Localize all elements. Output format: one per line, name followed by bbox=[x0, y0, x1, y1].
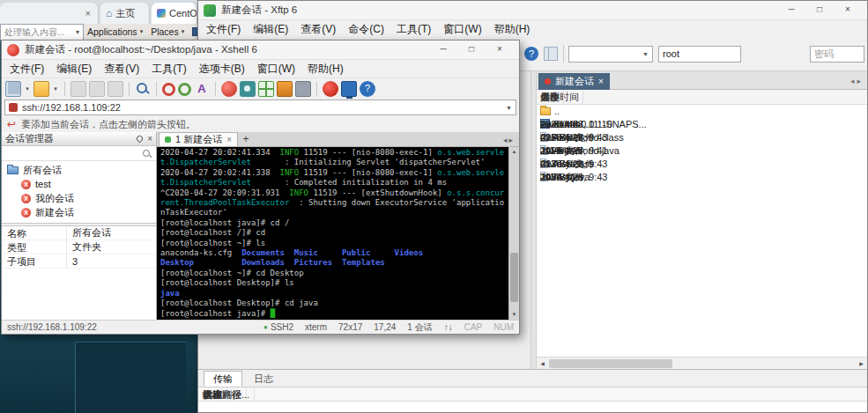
browser-tab-centos[interactable]: CentOS 64 位 bbox=[152, 3, 197, 24]
chevron-down-icon[interactable]: ▼ bbox=[506, 105, 512, 111]
package-icon[interactable] bbox=[277, 81, 293, 97]
close-button[interactable]: × bbox=[486, 42, 514, 58]
places-menu[interactable]: Places ▾ bbox=[151, 26, 184, 37]
session-label: test bbox=[35, 179, 51, 189]
scroll-up-icon[interactable]: ▲ bbox=[509, 147, 519, 157]
terminal-pane: 1 新建会话 × + ◂▸ 2020-04-27 20:02:41.334 IN… bbox=[157, 132, 519, 320]
menu-item[interactable]: 窗口(W) bbox=[251, 61, 301, 77]
paste-icon[interactable] bbox=[108, 81, 123, 97]
layout-panes-icon[interactable] bbox=[544, 47, 558, 61]
tab-transfer[interactable]: 传输 bbox=[204, 371, 242, 387]
menu-item[interactable]: 编辑(E) bbox=[50, 61, 98, 77]
new-session-icon[interactable] bbox=[5, 81, 21, 97]
menu-item[interactable]: 编辑(E) bbox=[247, 21, 294, 38]
browser-tab-home[interactable]: ⌂ 主页 bbox=[100, 3, 150, 24]
cut-icon[interactable] bbox=[70, 81, 86, 97]
column-header[interactable]: 属性 bbox=[537, 90, 564, 105]
scroll-down-icon[interactable]: ▼ bbox=[509, 310, 519, 320]
menu-item[interactable]: 查看(V) bbox=[294, 21, 342, 38]
maximize-button[interactable]: □ bbox=[457, 42, 486, 58]
terminal[interactable]: 2020-04-27 20:02:41.334 INFO 11519 --- [… bbox=[157, 147, 519, 320]
find-icon[interactable] bbox=[135, 81, 151, 97]
disconnect-icon[interactable] bbox=[162, 83, 175, 96]
menu-item[interactable]: 帮助(H) bbox=[488, 21, 537, 38]
session-tree[interactable]: 所有会话 XtestX我的会话X新建会话 bbox=[2, 161, 156, 223]
remote-session-tab[interactable]: 新建会话 × bbox=[538, 73, 610, 90]
file-list-body[interactable]: ..demo-0.0.1-SNAPS...18.51MBExecutabl...… bbox=[537, 105, 867, 357]
help-icon[interactable]: ? bbox=[524, 47, 538, 61]
xshell-titlebar[interactable]: 新建会话 - root@localhost:~/Desktop/java - X… bbox=[2, 41, 519, 60]
applications-menu[interactable]: Applications ▾ bbox=[87, 26, 143, 37]
scrollbar-thumb[interactable] bbox=[510, 253, 518, 302]
tools-icon[interactable] bbox=[295, 81, 311, 97]
horizontal-scrollbar[interactable]: ◀ ▶ bbox=[537, 357, 867, 369]
copy-icon[interactable] bbox=[89, 81, 105, 97]
terminal-output[interactable]: 2020-04-27 20:02:41.334 INFO 11519 --- [… bbox=[160, 148, 507, 320]
remote-desktop-icon[interactable] bbox=[341, 81, 357, 97]
menu-item[interactable]: 文件(F) bbox=[4, 61, 50, 77]
tab-close-icon[interactable]: × bbox=[598, 77, 604, 86]
help-icon[interactable]: ? bbox=[360, 81, 375, 97]
browser-tab-home-label: 主页 bbox=[115, 7, 135, 20]
reconnect-icon[interactable] bbox=[178, 83, 191, 96]
xftp-titlebar[interactable]: 新建会话 - Xftp 6 ─ □ × bbox=[198, 1, 867, 20]
file-row[interactable]: HelloWorld.class425 BytesCLASS 文件2020/4/… bbox=[537, 131, 867, 144]
file-row[interactable]: HelloWorld.java111 BytesJAVA 文件2020/4/28… bbox=[537, 144, 867, 158]
scrollbar-thumb[interactable] bbox=[549, 359, 672, 368]
tab-nav-arrows[interactable]: ◂▸ bbox=[850, 77, 864, 85]
tab-close-icon[interactable]: × bbox=[226, 135, 232, 144]
session-tree-root[interactable]: 所有会话 bbox=[2, 163, 156, 177]
menu-item[interactable]: 命令(C) bbox=[342, 21, 390, 38]
file-row[interactable]: demo-0.0.1-SNAPS...18.51MBExecutabl...20… bbox=[537, 118, 867, 131]
session-item[interactable]: X我的会话 bbox=[2, 191, 156, 205]
open-folder-icon[interactable] bbox=[33, 81, 49, 97]
menu-item[interactable]: 帮助(H) bbox=[301, 61, 350, 77]
password-field[interactable]: 密码 bbox=[810, 46, 864, 63]
input-hint-box[interactable]: 处理输入内容... ▾ bbox=[0, 24, 84, 41]
exit-icon[interactable] bbox=[323, 81, 338, 97]
menu-item[interactable]: 工具(T) bbox=[145, 61, 192, 77]
chevron-down-icon[interactable]: ▾ bbox=[52, 85, 59, 92]
tab-nav-arrows[interactable]: ◂▸ bbox=[503, 136, 517, 146]
file-row[interactable]: Test.java105 BytesJAVA 文件2020/4/28, 9:43… bbox=[537, 171, 867, 184]
file-row[interactable]: .. bbox=[537, 105, 867, 118]
file-row[interactable]: Test.class413 BytesCLASS 文件2020/4/28, 9:… bbox=[537, 158, 867, 171]
session-search-input[interactable] bbox=[2, 146, 156, 161]
scroll-left-icon[interactable]: ◀ bbox=[537, 358, 548, 369]
screen-capture-icon[interactable] bbox=[240, 81, 256, 97]
address-field[interactable]: ssh://192.168.1.109:22 ▼ bbox=[4, 100, 516, 115]
chevron-down-icon[interactable]: ▾ bbox=[76, 28, 79, 36]
session-item[interactable]: X新建会话 bbox=[2, 205, 156, 219]
new-terminal-icon[interactable] bbox=[221, 81, 237, 97]
menu-item[interactable]: 窗口(W) bbox=[437, 21, 487, 38]
chevron-down-icon[interactable]: ▼ bbox=[642, 47, 649, 62]
minimize-button[interactable]: ─ bbox=[429, 42, 457, 58]
menu-item[interactable]: 选项卡(B) bbox=[193, 61, 251, 77]
menu-item[interactable]: 查看(V) bbox=[98, 61, 145, 77]
scroll-right-icon[interactable]: ▶ bbox=[856, 358, 867, 369]
browser-tab-partial[interactable]: × bbox=[0, 3, 99, 24]
tab-log[interactable]: 日志 bbox=[244, 371, 283, 387]
terminal-tab[interactable]: 1 新建会话 × bbox=[159, 132, 238, 146]
maximize-button[interactable]: □ bbox=[805, 3, 834, 18]
tile-windows-icon[interactable] bbox=[258, 81, 274, 97]
terminal-scrollbar[interactable]: ▲ ▼ bbox=[508, 147, 519, 320]
menu-item[interactable]: 文件(F) bbox=[200, 21, 247, 38]
transfer-column-header[interactable]: 估计剩余... bbox=[198, 387, 255, 402]
session-properties: 名称所有会话类型文件夹子项目3 bbox=[2, 226, 156, 320]
new-tab-button[interactable]: + bbox=[238, 133, 254, 146]
session-manager-header[interactable]: 会话管理器 × bbox=[2, 132, 156, 146]
host-field[interactable]: ▼ bbox=[568, 46, 653, 63]
close-icon[interactable]: × bbox=[147, 134, 152, 144]
tab-close-icon[interactable]: × bbox=[84, 8, 93, 18]
username-field[interactable]: root bbox=[658, 46, 741, 63]
font-color-icon[interactable]: A bbox=[194, 81, 210, 97]
minimize-button[interactable]: ─ bbox=[777, 3, 805, 18]
session-item[interactable]: Xtest bbox=[2, 177, 156, 191]
pin-icon[interactable] bbox=[136, 135, 145, 144]
pane-splitter[interactable] bbox=[530, 71, 537, 369]
terminal-line: t.DispatcherServlet : Initializing Servl… bbox=[160, 158, 507, 167]
chevron-down-icon[interactable]: ▾ bbox=[24, 85, 31, 92]
menu-item[interactable]: 工具(T) bbox=[390, 21, 437, 38]
close-button[interactable]: × bbox=[834, 3, 862, 18]
